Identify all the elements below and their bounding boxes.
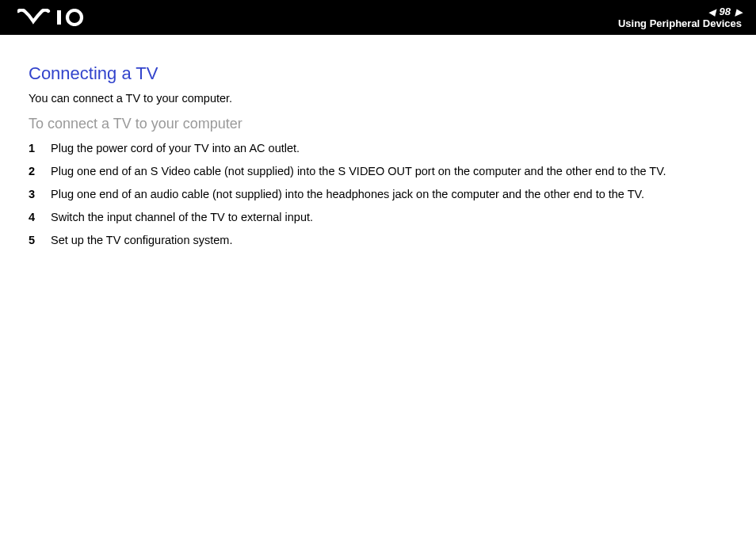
- header-right: ◀ 98 ▶ Using Peripheral Devices: [618, 5, 742, 30]
- step-item: Plug one end of an S Video cable (not su…: [29, 163, 727, 180]
- intro-text: You can connect a TV to your computer.: [29, 92, 727, 105]
- step-text: Plug one end of an audio cable (not supp…: [51, 186, 644, 203]
- step-item: Set up the TV configuration system.: [29, 232, 727, 249]
- step-item: Switch the input channel of the TV to ex…: [29, 209, 727, 226]
- step-text: Switch the input channel of the TV to ex…: [51, 209, 313, 226]
- section-label: Using Peripheral Devices: [618, 18, 742, 30]
- step-item: Plug one end of an audio cable (not supp…: [29, 186, 727, 203]
- svg-rect-0: [57, 10, 61, 25]
- subtitle: To connect a TV to your computer: [29, 116, 727, 132]
- nav-prev-icon[interactable]: ◀: [708, 7, 715, 17]
- step-item: Plug the power cord of your TV into an A…: [29, 140, 727, 157]
- page-number: 98: [720, 6, 731, 18]
- page-content: Connecting a TV You can connect a TV to …: [0, 35, 756, 249]
- step-text: Set up the TV configuration system.: [51, 232, 232, 249]
- svg-point-1: [67, 10, 82, 25]
- page-header: ◀ 98 ▶ Using Peripheral Devices: [0, 0, 756, 35]
- nav-next-icon[interactable]: ▶: [735, 7, 742, 17]
- vaio-logo-svg: [17, 9, 94, 26]
- page-title: Connecting a TV: [29, 63, 727, 84]
- step-text: Plug one end of an S Video cable (not su…: [51, 163, 666, 180]
- step-text: Plug the power cord of your TV into an A…: [51, 140, 300, 157]
- vaio-logo: [14, 9, 94, 26]
- page-nav: ◀ 98 ▶: [708, 6, 742, 18]
- steps-list: Plug the power cord of your TV into an A…: [29, 140, 727, 249]
